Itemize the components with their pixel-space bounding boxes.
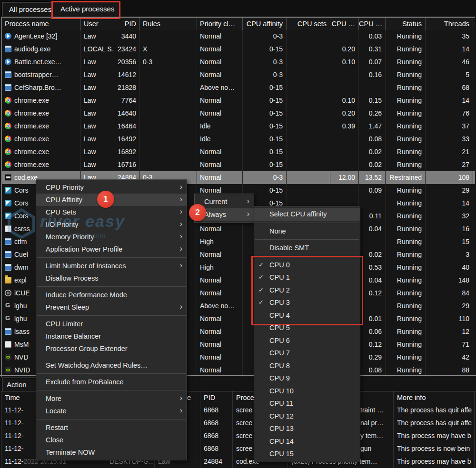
cell-threads: 27 [426,158,473,171]
tab-actions-log[interactable]: Action [2,378,40,391]
menu-item-label: CPU 15 [269,450,294,458]
process-name-label: cod.exe [14,174,38,181]
cell-status: Running [386,261,426,274]
column-header-priority-cl[interactable]: Priority cl… [197,18,243,30]
column-header-cpu[interactable]: CPU … [359,18,386,30]
menu-item-cpu-3[interactable]: ✓CPU 3 [254,296,360,309]
menu-item-cpu-2[interactable]: ✓CPU 2 [254,284,360,297]
menu-item-cpu-priority[interactable]: CPU Priority› [36,181,187,194]
process-row-chrome-exe[interactable]: chrome.exeLaw16716Normal0-150.02Running2… [2,158,475,171]
menu-item-label: Locate [46,407,67,415]
menu-item-select-cpu-affinity[interactable]: Select CPU affinity [254,208,360,221]
process-row-battle-net-exe[interactable]: Battle.net.exe…Law203560-3Normal0-30.100… [2,56,475,68]
cell-status: Running [386,56,426,68]
menu-item-cpu-4[interactable]: CPU 4 [254,309,360,322]
process-row-chrome-exe[interactable]: chrome.exeLaw16464Idle0-150.391.47Runnin… [2,120,475,133]
menu-item-processor-group-extender[interactable]: Processor Group Extender [36,342,187,355]
tab-all-processes[interactable]: All processes [2,2,59,16]
column-header-cpu-sets[interactable]: CPU sets [287,18,330,30]
menu-item-cpu-6[interactable]: CPU 6 [254,334,360,347]
menu-item-label: CPU 13 [269,425,294,432]
process-row-audiodg-exe[interactable]: audiodg.exeLOCAL S…23424XNormal0-150.200… [2,43,475,56]
menu-item-cpu-7[interactable]: CPU 7 [254,347,360,360]
menu-item-memory-priority[interactable]: Memory Priority› [36,231,187,243]
process-name-label: audiodg.exe [14,45,50,53]
process-row-chrome-exe[interactable]: chrome.exeLaw16892Normal0-150.02Running2… [2,146,475,158]
menu-item-cpu-8[interactable]: CPU 8 [254,360,360,372]
process-name-label: MsM [14,341,29,348]
column-header-cpu[interactable]: CPU … [330,18,359,30]
cell-cpu: 0.10 [330,56,359,68]
menu-item-disallow-process[interactable]: Disallow Process [36,272,187,284]
menu-item-close[interactable]: Close [36,434,187,446]
menu-item-restart[interactable]: Restart [36,421,187,434]
menu-item-cpu-10[interactable]: CPU 10 [254,385,360,398]
process-name-cell: chrome.exe [2,94,81,107]
menu-item-cpu-limiter[interactable]: CPU Limiter [36,318,187,330]
log-column-header-more-info[interactable]: More info [394,391,475,404]
menu-item-cpu-sets[interactable]: CPU Sets› [36,206,187,218]
menu-item-cpu-14[interactable]: CPU 14 [254,435,360,448]
menu-item-label: CPU 4 [269,312,290,319]
column-header-cpu-affinity[interactable]: CPU affinity [243,18,287,30]
lg-icon [5,302,11,309]
process-row-chrome-exe[interactable]: chrome.exeLaw14640Normal0-150.200.26Runn… [2,107,475,120]
menu-item-disable-smt[interactable]: Disable SMT [254,242,360,254]
menu-item-cpu-12[interactable]: CPU 12 [254,410,360,423]
menu-item-cpu-5[interactable]: CPU 5 [254,322,360,334]
menu-item-label: CPU 10 [269,387,294,395]
menu-item-terminate-now[interactable]: Terminate NOW [36,446,187,458]
process-row-chrome-exe[interactable]: chrome.exeLaw16492Idle0-150.08Running33 [2,133,475,146]
chrome-icon [5,110,11,117]
menu-item-application-power-profile[interactable]: Application Power Profile› [36,243,187,255]
menu-item-i-o-priority[interactable]: I/O Priority› [36,218,187,231]
process-row-chrome-exe[interactable]: chrome.exeLaw7764Normal0-150.100.15Runni… [2,94,475,107]
white-icon [5,341,11,348]
menu-item-cpu-11[interactable]: CPU 11 [254,397,360,410]
process-name-label: Agent.exe [32] [14,32,57,40]
menu-item-cpu-1[interactable]: ✓CPU 1 [254,271,360,284]
menu-item-cpu-0[interactable]: ✓CPU 0 [254,259,360,272]
cell-pid: 16716 [114,158,140,171]
cell-cpu: 0.02 [359,158,386,171]
process-name-label: chrome.exe [14,161,49,168]
process-name-label: lghu [14,315,27,322]
process-name-cell: chrome.exe [2,133,81,146]
submenu-arrow-icon: › [180,243,182,255]
tab-active-processes[interactable]: Active processes [54,2,121,16]
process-row-agent-exe-32[interactable]: Agent.exe [32]Law3440Normal0-30.03Runnin… [2,30,475,43]
cell-priority-cl: Normal [197,248,243,261]
column-header-process-name[interactable]: Process name [2,18,81,30]
column-header-status[interactable]: Status [386,18,426,30]
column-header-threads[interactable]: Threads [426,18,473,30]
menu-item-cpu-15[interactable]: CPU 15 [254,448,360,460]
menu-item-locate[interactable]: Locate› [36,405,187,417]
cell-user: Law [81,120,114,133]
menu-item-label: CPU 9 [269,374,290,382]
menu-item-instance-balancer[interactable]: Instance Balancer [36,330,187,342]
menu-item-cpu-13[interactable]: CPU 13 [254,422,360,435]
column-header-rules[interactable]: Rules [140,18,197,30]
menu-item-set-watchdog-advanced-rules[interactable]: Set Watchdog Advanced Rules… [36,359,187,371]
menu-item-prevent-sleep[interactable]: Prevent Sleep› [36,301,187,313]
process-name-cell: chrome.exe [2,146,81,158]
cell-priority-cl: Normal [197,107,243,120]
nv-icon [5,354,11,361]
process-row-bootstrapper[interactable]: bootstrapper…Law14612Normal0-30.16Runnin… [2,68,475,81]
cell-cpu: 0.07 [359,56,386,68]
cell-cpu: 13.52 [359,171,386,184]
menu-item-induce-performance-mode[interactable]: Induce Performance Mode [36,289,187,301]
cell-cpu: 0.02 [359,248,386,261]
column-header-pid[interactable]: PID [114,18,140,30]
menu-item-more[interactable]: More› [36,392,187,405]
column-header-user[interactable]: User [81,18,114,30]
menu-separator [37,357,186,357]
menu-item-limit-number-of-instances[interactable]: Limit Number of Instances› [36,260,187,272]
menu-item-label: CPU 14 [269,438,294,445]
menu-item-exclude-from-probalance[interactable]: Exclude from ProBalance [36,376,187,388]
process-name-cell: chrome.exe [2,120,81,133]
menu-item-none[interactable]: None [254,225,360,238]
menu-item-cpu-9[interactable]: CPU 9 [254,372,360,385]
log-column-header-pid[interactable]: PID [200,391,233,404]
process-row-cefsharp-bro[interactable]: CefSharp.Bro…Law21828Above no…0-15Runnin… [2,81,475,94]
